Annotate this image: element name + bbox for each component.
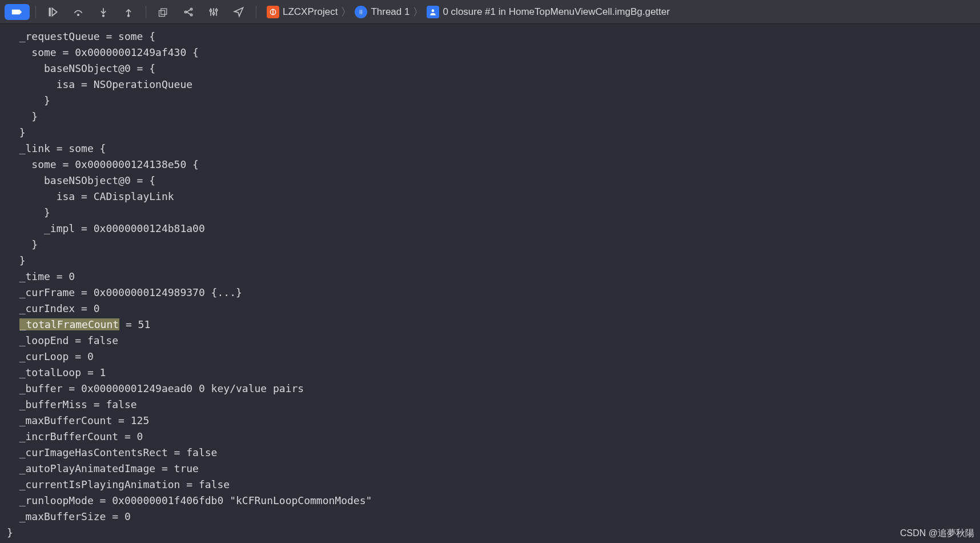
step-over-icon[interactable] xyxy=(67,3,90,21)
svg-line-12 xyxy=(187,12,191,14)
svg-point-5 xyxy=(128,15,130,16)
watermark: CSDN @追夢秋陽 xyxy=(900,528,974,540)
toggle-breakpoints-icon[interactable] xyxy=(5,4,30,20)
divider xyxy=(35,6,36,18)
debug-toolbar: LZCXProject 〉 Thread 1 〉 0 closure #1 in… xyxy=(0,0,980,24)
simulate-location-icon[interactable] xyxy=(227,3,250,21)
breadcrumb-thread-label: Thread 1 xyxy=(371,6,409,18)
svg-point-1 xyxy=(78,14,79,15)
breadcrumb: LZCXProject 〉 Thread 1 〉 0 closure #1 in… xyxy=(267,5,670,19)
environment-overrides-icon[interactable] xyxy=(202,3,225,21)
svg-rect-21 xyxy=(360,10,360,14)
debug-console[interactable]: _requestQueue = some { some = 0x00000001… xyxy=(0,24,980,543)
svg-point-16 xyxy=(210,9,211,11)
svg-point-18 xyxy=(215,9,217,11)
step-into-icon[interactable] xyxy=(92,3,115,21)
breadcrumb-project[interactable]: LZCXProject xyxy=(267,6,338,18)
continue-icon[interactable] xyxy=(42,3,65,21)
breadcrumb-thread[interactable]: Thread 1 xyxy=(355,6,409,18)
chevron-right-icon: 〉 xyxy=(341,5,351,19)
breadcrumb-frame-label: 0 closure #1 in HomeTopMenuViewCell.imgB… xyxy=(443,6,670,18)
divider xyxy=(256,6,256,18)
divider xyxy=(146,6,146,18)
debug-view-hierarchy-icon[interactable] xyxy=(152,3,175,21)
highlighted-text: _totalFrameCount xyxy=(19,318,119,330)
svg-rect-0 xyxy=(49,8,50,15)
step-out-icon[interactable] xyxy=(117,3,140,21)
thread-icon xyxy=(355,6,367,18)
svg-point-3 xyxy=(103,15,105,16)
breadcrumb-frame[interactable]: 0 closure #1 in HomeTopMenuViewCell.imgB… xyxy=(427,6,670,18)
frame-icon xyxy=(427,6,439,18)
svg-rect-7 xyxy=(161,9,167,14)
svg-point-23 xyxy=(432,9,435,12)
svg-rect-22 xyxy=(362,10,362,14)
breadcrumb-project-label: LZCXProject xyxy=(283,6,338,18)
svg-line-11 xyxy=(187,9,191,11)
svg-rect-6 xyxy=(159,10,165,16)
svg-point-9 xyxy=(190,8,192,10)
svg-point-8 xyxy=(184,11,186,13)
svg-point-10 xyxy=(190,14,192,15)
chevron-right-icon: 〉 xyxy=(413,5,423,19)
project-icon xyxy=(267,6,279,18)
svg-point-17 xyxy=(212,12,214,14)
debug-memory-graph-icon[interactable] xyxy=(177,3,200,21)
